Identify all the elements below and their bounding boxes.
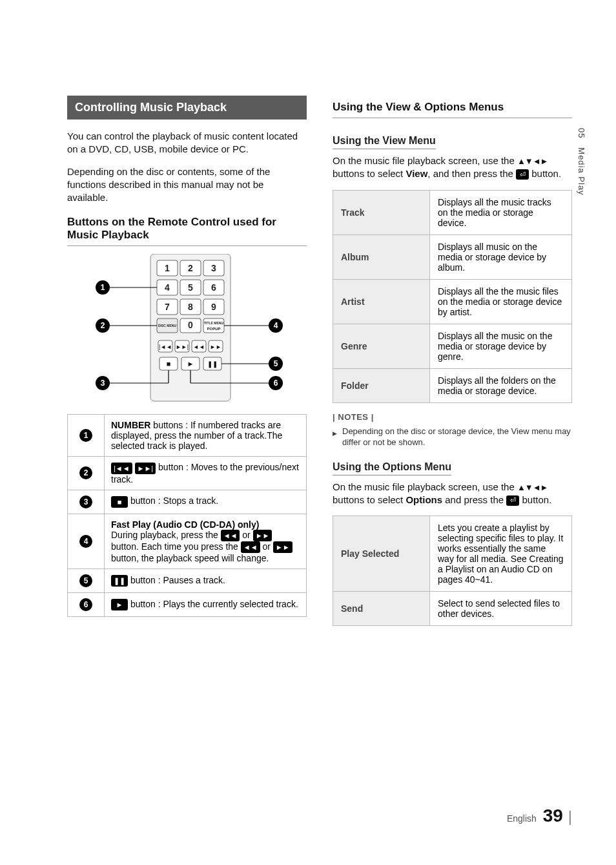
row-description: NUMBER buttons : If numbered tracks are …	[105, 415, 307, 457]
keypad-row-4: DISC MENU 0 TITLE MENU POPUP	[157, 318, 224, 333]
view-intro-mid: buttons to select	[333, 168, 406, 179]
table-row: SendSelect to send selected files to oth…	[333, 592, 572, 626]
key-2: 2	[188, 263, 193, 273]
remote-functions-table: 1NUMBER buttons : If numbered tracks are…	[67, 414, 307, 617]
view-desc-cell: Displays all the music on the media or s…	[430, 324, 572, 368]
table-row: 2|◄◄ ►►| button : Moves to the previous/…	[68, 457, 307, 490]
remote-diagram: 1 2 3 4 5 6 7 8 9 DISC MEN	[67, 254, 307, 402]
key-9: 9	[211, 302, 216, 312]
callout-4: 4	[273, 321, 278, 330]
key-3: 3	[211, 263, 216, 273]
play-key: ►	[187, 360, 194, 368]
view-intro-pre: On the music file playback screen, use t…	[333, 155, 517, 166]
options-desc-cell: Lets you create a playlist by selecting …	[430, 516, 572, 592]
row-number-badge: 5	[79, 574, 92, 587]
prev-track-key: |◄◄	[158, 344, 171, 350]
view-menu-heading: Using the View Menu	[333, 135, 436, 149]
row-number-cell: 2	[68, 457, 105, 490]
view-desc-cell: Displays all the music tracks on the med…	[430, 190, 572, 234]
chapter-number: 05	[577, 128, 586, 138]
forward-icon: ►►	[253, 530, 272, 541]
options-intro-post: button.	[519, 494, 551, 505]
table-row: 5❚❚ button : Pauses a track.	[68, 569, 307, 593]
view-intro-mid2: , and then press the	[427, 168, 516, 179]
row-number-badge: 3	[79, 495, 92, 508]
enter-icon-2: ⏎	[506, 495, 519, 506]
row-number-badge: 2	[79, 466, 92, 479]
key-8: 8	[188, 302, 193, 312]
table-row: Play SelectedLets you create a playlist …	[333, 516, 572, 592]
enter-icon: ⏎	[516, 169, 529, 180]
table-row: AlbumDisplays all music on the media or …	[333, 234, 572, 279]
chapter-title: Media Play	[577, 147, 586, 195]
key-5: 5	[188, 282, 193, 293]
table-row: TrackDisplays all the music tracks on th…	[333, 190, 572, 234]
section-title: Controlling Music Playback	[67, 96, 307, 120]
key-6: 6	[211, 282, 216, 293]
row-description: ► button : Plays the currently selected …	[105, 593, 307, 617]
pause-icon: ❚❚	[111, 575, 128, 587]
callout-2: 2	[100, 321, 105, 330]
table-row: 6► button : Plays the currently selected…	[68, 593, 307, 617]
callout-3: 3	[100, 379, 105, 388]
table-row: GenreDisplays all the music on the media…	[333, 324, 572, 368]
dpad-arrows-icon: ▲▼◄►	[517, 156, 548, 166]
page-footer: English 39 |	[507, 806, 572, 826]
note-text: Depending on the disc or storage device,…	[342, 426, 572, 448]
table-row: 1NUMBER buttons : If numbered tracks are…	[68, 415, 307, 457]
row-number-badge: 4	[79, 535, 92, 548]
options-intro-mid: buttons to select	[333, 494, 406, 505]
left-column: Controlling Music Playback You can contr…	[67, 96, 307, 865]
play-icon: ►	[111, 599, 128, 610]
view-label-cell: Track	[333, 190, 430, 234]
table-row: 3■ button : Stops a track.	[68, 490, 307, 514]
row-number-cell: 5	[68, 569, 105, 593]
row-description: ❚❚ button : Pauses a track.	[105, 569, 307, 593]
dpad-arrows-icon-2: ▲▼◄►	[517, 483, 548, 492]
row-number-cell: 6	[68, 593, 105, 617]
options-menu-intro: On the music file playback screen, use t…	[333, 481, 572, 507]
next-track-key: ►►|	[175, 344, 188, 350]
key-1: 1	[165, 263, 170, 273]
callout-1: 1	[100, 283, 105, 292]
row-number-badge: 1	[79, 429, 92, 442]
remote-subheading: Buttons on the Remote Control used for M…	[67, 216, 307, 246]
table-row: ArtistDisplays all the the music files o…	[333, 279, 572, 324]
row-number-cell: 4	[68, 514, 105, 569]
stop-icon: ■	[111, 496, 128, 508]
view-desc-cell: Displays all the the music files on the …	[430, 279, 572, 324]
table-row: FolderDisplays all the folders on the me…	[333, 368, 572, 402]
options-label-cell: Send	[333, 592, 430, 626]
callout-6: 6	[273, 379, 278, 388]
options-label-cell: Play Selected	[333, 516, 430, 592]
notes-label: | NOTES |	[333, 412, 572, 422]
page-number: 39	[543, 806, 563, 826]
keypad-row-1: 1 2 3	[157, 260, 224, 276]
keypad-row-3: 7 8 9	[157, 299, 224, 315]
row-description: ■ button : Stops a track.	[105, 490, 307, 514]
language-label: English	[507, 813, 537, 824]
view-label-cell: Album	[333, 234, 430, 279]
forward-key: ►►	[210, 344, 221, 350]
pause-key: ❚❚	[207, 360, 218, 368]
rewind-icon-2: ◄◄	[241, 541, 260, 553]
right-column: Using the View & Options Menus Using the…	[333, 96, 572, 865]
prev-track-icon: |◄◄	[111, 463, 132, 474]
row-description: Fast Play (Audio CD (CD-DA) only)During …	[105, 514, 307, 569]
view-intro-post: button.	[529, 168, 561, 179]
row-description: |◄◄ ►►| button : Moves to the previous/n…	[105, 457, 307, 490]
table-row: 4Fast Play (Audio CD (CD-DA) only)During…	[68, 514, 307, 569]
view-word: View	[406, 168, 427, 179]
key-0: 0	[188, 320, 193, 330]
keypad-row-2: 4 5 6	[157, 280, 224, 295]
bullet-icon	[333, 426, 337, 437]
forward-icon-2: ►►	[273, 541, 293, 553]
popup-label: POPUP	[207, 327, 220, 331]
note-item: Depending on the disc or storage device,…	[333, 426, 572, 448]
options-intro-pre: On the music file playback screen, use t…	[333, 481, 517, 492]
manual-page: 05 Media Play Controlling Music Playback…	[0, 0, 616, 865]
title-menu-label: TITLE MENU	[204, 321, 223, 325]
callout-5: 5	[273, 359, 278, 368]
chapter-tab: 05 Media Play	[577, 128, 586, 196]
footer-divider: |	[568, 808, 572, 825]
